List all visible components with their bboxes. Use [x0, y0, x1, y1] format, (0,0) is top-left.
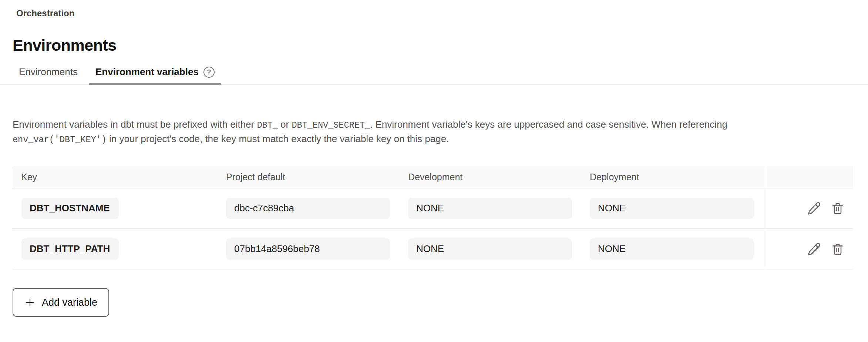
plus-icon: [24, 297, 36, 308]
pencil-icon: [807, 242, 821, 256]
column-header-project-default: Project default: [226, 172, 408, 182]
column-header-deployment: Deployment: [590, 172, 766, 182]
env-var-deployment: NONE: [590, 198, 754, 219]
description-text: or: [278, 119, 292, 130]
top-bar: Orchestration: [0, 0, 868, 19]
edit-button[interactable]: [807, 242, 821, 256]
page-title: Environments: [13, 36, 868, 54]
table-row: DBT_HOSTNAME dbc-c7c89cba NONE NONE: [13, 188, 853, 229]
main-content: Environment variables in dbt must be pre…: [0, 118, 868, 317]
tab-environment-variables-label: Environment variables: [95, 66, 199, 78]
delete-button[interactable]: [830, 201, 845, 216]
env-var-table: Key Project default Development Deployme…: [13, 166, 853, 269]
pencil-icon: [807, 201, 821, 215]
tab-environment-variables[interactable]: Environment variables ?: [89, 66, 221, 84]
add-variable-label: Add variable: [42, 297, 97, 308]
code-dbt-env-secret-prefix: DBT_ENV_SECRET_: [292, 120, 370, 130]
env-var-deployment: NONE: [590, 238, 754, 260]
tab-environments[interactable]: Environments: [13, 66, 84, 84]
env-var-key: DBT_HOSTNAME: [21, 198, 119, 219]
table-header-row: Key Project default Development Deployme…: [13, 166, 853, 188]
edit-button[interactable]: [807, 201, 821, 216]
column-header-development: Development: [408, 172, 590, 182]
tab-bar: Environments Environment variables ?: [0, 66, 868, 85]
description: Environment variables in dbt must be pre…: [13, 118, 812, 147]
table-row: DBT_HTTP_PATH 07bb14a8596beb78 NONE NONE: [13, 229, 853, 269]
description-text: . Environment variable's keys are upperc…: [370, 119, 727, 130]
env-var-project-default: dbc-c7c89cba: [226, 198, 390, 219]
column-header-actions: [766, 166, 853, 188]
description-text: Environment variables in dbt must be pre…: [13, 119, 257, 130]
env-var-project-default: 07bb14a8596beb78: [226, 238, 390, 260]
trash-icon: [831, 201, 845, 215]
description-text: in your project's code, the key must mat…: [107, 133, 449, 144]
env-var-key: DBT_HTTP_PATH: [21, 238, 119, 260]
column-header-key: Key: [13, 172, 226, 182]
code-dbt-prefix: DBT_: [257, 120, 277, 130]
breadcrumb[interactable]: Orchestration: [16, 8, 74, 19]
env-var-development: NONE: [408, 198, 572, 219]
env-var-development: NONE: [408, 238, 572, 260]
delete-button[interactable]: [830, 242, 845, 256]
help-icon[interactable]: ?: [203, 67, 215, 78]
trash-icon: [831, 242, 845, 256]
add-variable-button[interactable]: Add variable: [13, 288, 109, 317]
code-env-var: env_var('DBT_KEY'): [13, 135, 107, 145]
